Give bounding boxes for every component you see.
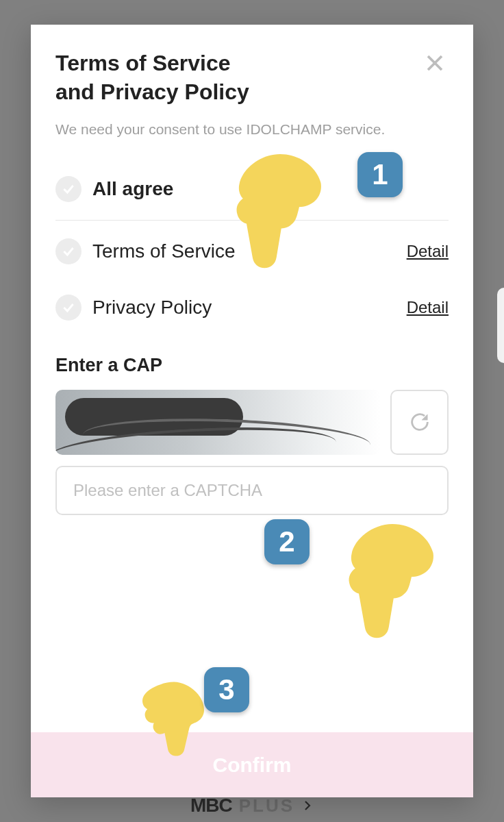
divider: [55, 220, 449, 221]
tos-row[interactable]: Terms of Service Detail: [55, 223, 449, 279]
modal-subtitle: We need your consent to use IDOLCHAMP se…: [55, 119, 449, 140]
captcha-section: Enter a CAP: [55, 355, 449, 515]
confirm-label: Confirm: [213, 754, 292, 777]
modal-title: Terms of Service and Privacy Policy: [55, 49, 249, 106]
pp-checkbox[interactable]: [55, 295, 81, 321]
pp-detail-link[interactable]: Detail: [407, 298, 449, 317]
refresh-icon: [408, 410, 431, 434]
brand-mbc-text: MBC: [190, 795, 232, 817]
tos-label: Terms of Service: [92, 240, 407, 262]
tos-checkbox[interactable]: [55, 238, 81, 264]
close-icon: [425, 53, 445, 73]
check-icon: [62, 301, 75, 314]
check-icon: [62, 245, 75, 258]
captcha-heading: Enter a CAP: [55, 355, 449, 376]
all-agree-checkbox[interactable]: [55, 176, 81, 202]
chevron-right-icon: [301, 799, 314, 812]
captcha-image: [55, 390, 381, 455]
confirm-button[interactable]: Confirm: [31, 732, 473, 797]
pp-row[interactable]: Privacy Policy Detail: [55, 279, 449, 336]
tos-detail-link[interactable]: Detail: [407, 242, 449, 261]
pp-label: Privacy Policy: [92, 297, 407, 319]
check-icon: [62, 182, 75, 196]
background-brand[interactable]: MBC PLUS: [190, 795, 314, 817]
agree-block: All agree Terms of Service Detail Privac…: [55, 161, 449, 336]
modal-body: Terms of Service and Privacy Policy We n…: [31, 25, 473, 732]
captcha-input[interactable]: [55, 466, 449, 515]
brand-plus-text: PLUS: [239, 795, 294, 817]
all-agree-label: All agree: [92, 178, 449, 200]
close-button[interactable]: [421, 49, 449, 77]
modal-header: Terms of Service and Privacy Policy: [55, 49, 449, 106]
all-agree-row[interactable]: All agree: [55, 161, 449, 217]
captcha-refresh-button[interactable]: [390, 390, 449, 455]
captcha-row: [55, 390, 449, 455]
background-side-tab: [497, 288, 504, 363]
consent-modal: Terms of Service and Privacy Policy We n…: [31, 25, 473, 797]
